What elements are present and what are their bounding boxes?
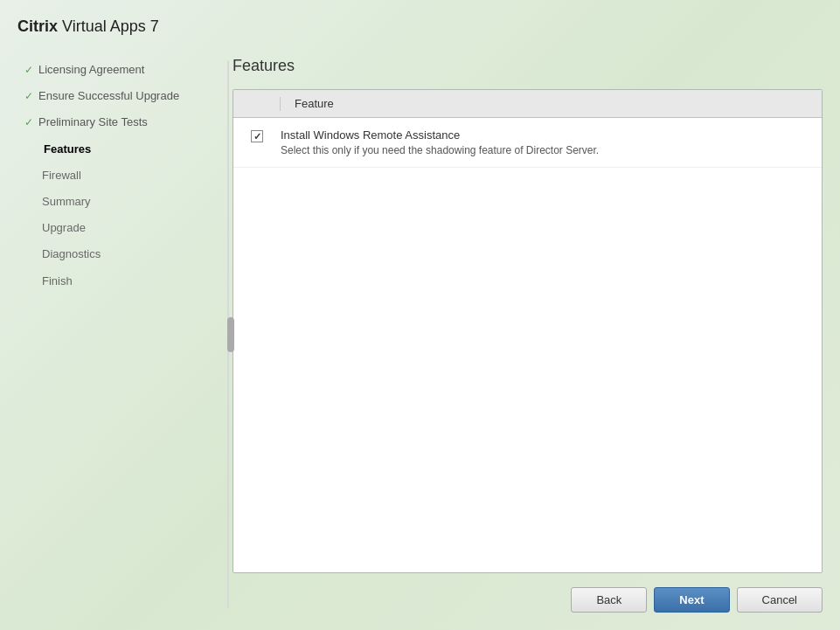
app-container: Citrix Virtual Apps 7 ✓ Licensing Agreem… [0, 0, 840, 630]
sidebar-item-firewall[interactable]: Firewall [17, 163, 210, 189]
sidebar-item-label: Diagnostics [42, 246, 101, 262]
sidebar-item-label: Preliminary Site Tests [38, 114, 148, 130]
feature-row: Install Windows Remote Assistance Select… [233, 118, 822, 168]
check-icon: ✓ [24, 89, 33, 104]
content-area: Features Feature Install Windows Remote … [233, 57, 823, 613]
page-title: Features [233, 57, 823, 75]
install-windows-remote-assistance-checkbox[interactable] [251, 130, 263, 142]
sidebar-item-summary[interactable]: Summary [17, 189, 210, 215]
sidebar: ✓ Licensing Agreement ✓ Ensure Successfu… [17, 57, 227, 613]
back-button[interactable]: Back [571, 587, 647, 613]
table-checkbox-col-header [233, 97, 281, 111]
sidebar-item-licensing-agreement: ✓ Licensing Agreement [17, 57, 210, 83]
sidebar-item-diagnostics[interactable]: Diagnostics [17, 241, 210, 267]
sidebar-item-label: Summary [42, 194, 91, 210]
sidebar-item-finish[interactable]: Finish [17, 268, 210, 294]
sidebar-item-ensure-successful-upgrade: ✓ Ensure Successful Upgrade [17, 83, 210, 109]
feature-checkbox-cell [233, 128, 281, 142]
sidebar-item-upgrade[interactable]: Upgrade [17, 215, 210, 241]
table-feature-col-header: Feature [281, 90, 348, 117]
features-table-body: Install Windows Remote Assistance Select… [233, 118, 822, 572]
scroll-thumb [227, 317, 234, 352]
feature-name: Install Windows Remote Assistance [281, 128, 808, 142]
sidebar-item-label: Licensing Agreement [38, 62, 144, 78]
app-title: Citrix Virtual Apps 7 [17, 17, 823, 36]
sidebar-item-label: Upgrade [42, 220, 86, 236]
sidebar-item-label: Ensure Successful Upgrade [38, 88, 179, 104]
sidebar-item-label: Finish [42, 273, 73, 289]
sidebar-item-features[interactable]: Features [17, 136, 210, 163]
cancel-button[interactable]: Cancel [737, 587, 823, 613]
check-icon: ✓ [24, 115, 33, 130]
check-icon: ✓ [24, 63, 33, 78]
sidebar-item-label: Firewall [42, 168, 81, 183]
next-button[interactable]: Next [654, 587, 729, 613]
features-panel: Feature Install Windows Remote Assistanc… [233, 89, 823, 573]
app-title-rest: Virtual Apps 7 [58, 17, 159, 35]
sidebar-item-preliminary-site-tests: ✓ Preliminary Site Tests [17, 109, 210, 135]
sidebar-scrollbar[interactable] [227, 60, 229, 609]
features-table-header: Feature [233, 90, 822, 118]
main-content: ✓ Licensing Agreement ✓ Ensure Successfu… [17, 57, 823, 613]
sidebar-item-label: Features [24, 142, 91, 157]
brand-name: Citrix [17, 17, 58, 35]
feature-text-cell: Install Windows Remote Assistance Select… [281, 128, 822, 156]
feature-description: Select this only if you need the shadowi… [281, 144, 808, 156]
button-bar: Back Next Cancel [233, 573, 823, 613]
